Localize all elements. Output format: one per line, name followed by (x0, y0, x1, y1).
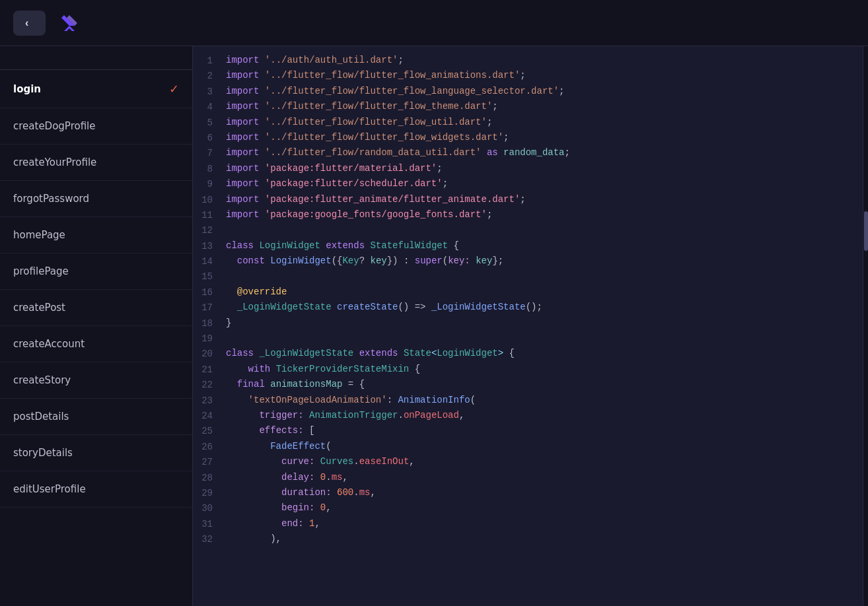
code-table: 1import '../auth/auth_util.dart';2import… (193, 53, 863, 547)
line-content: begin: 0, (226, 500, 863, 516)
code-line: 9import 'package:flutter/scheduler.dart'… (193, 176, 863, 191)
line-content: import '../auth/auth_util.dart'; (226, 53, 863, 68)
line-content: class LoginWidget extends StatefulWidget… (226, 238, 863, 253)
code-line: 1import '../auth/auth_util.dart'; (193, 53, 863, 68)
code-line: 5import '../flutter_flow/flutter_flow_ut… (193, 115, 863, 130)
line-number: 13 (193, 238, 226, 253)
line-number: 18 (193, 316, 226, 331)
line-number: 4 (193, 99, 226, 114)
sidebar-item-createDogProfile[interactable]: createDogProfile (0, 108, 192, 145)
code-line: 18} (193, 316, 863, 331)
sidebar-item-createAccount[interactable]: createAccount (0, 326, 192, 362)
sidebar-item-label: editUserProfile (13, 483, 86, 495)
line-content: class _LoginWidgetState extends State<Lo… (226, 346, 863, 361)
code-line: 17 _LoginWidgetState createState() => _L… (193, 300, 863, 315)
line-content (226, 222, 863, 238)
main-layout: login✓createDogProfilecreateYourProfilef… (0, 46, 868, 606)
line-number: 26 (193, 439, 226, 454)
line-number: 7 (193, 145, 226, 160)
sidebar-item-homePage[interactable]: homePage (0, 217, 192, 253)
code-body: 1import '../auth/auth_util.dart';2import… (193, 53, 863, 547)
code-line: 30 begin: 0, (193, 500, 863, 516)
sidebar-item-label: createDogProfile (13, 120, 96, 132)
line-content: curve: Curves.easeInOut, (226, 454, 863, 469)
code-line: 20class _LoginWidgetState extends State<… (193, 346, 863, 361)
code-line: 3import '../flutter_flow/flutter_flow_la… (193, 84, 863, 99)
line-content: effects: [ (226, 423, 863, 438)
line-content: final animationsMap = { (226, 377, 863, 392)
sidebar-item-label: createYourProfile (13, 156, 96, 168)
svg-marker-0 (64, 26, 75, 31)
line-content: import '../flutter_flow/flutter_flow_wid… (226, 130, 863, 145)
line-number: 24 (193, 408, 226, 423)
code-line: 28 delay: 0.ms, (193, 470, 863, 485)
line-content: trigger: AnimationTrigger.onPageLoad, (226, 408, 863, 423)
code-line: 16 @override (193, 285, 863, 300)
line-content: ), (226, 531, 863, 547)
line-content: import 'package:flutter/scheduler.dart'; (226, 176, 863, 191)
line-number: 29 (193, 485, 226, 500)
sidebar-heading (0, 46, 192, 69)
view-project-button[interactable]: ‹ (13, 11, 46, 36)
code-area[interactable]: 1import '../auth/auth_util.dart';2import… (193, 46, 863, 606)
code-line: 19 (193, 331, 863, 346)
line-number: 16 (193, 285, 226, 300)
line-content: } (226, 316, 863, 331)
line-number: 8 (193, 161, 226, 176)
line-number: 9 (193, 176, 226, 191)
sidebar-item-label: storyDetails (13, 447, 73, 459)
code-line: 13class LoginWidget extends StatefulWidg… (193, 238, 863, 253)
line-content: 'textOnPageLoadAnimation': AnimationInfo… (226, 393, 863, 408)
sidebar-items-container: login✓createDogProfilecreateYourProfilef… (0, 70, 192, 508)
line-number: 21 (193, 362, 226, 377)
line-number: 17 (193, 300, 226, 315)
line-number: 12 (193, 222, 226, 238)
sidebar-item-editUserProfile[interactable]: editUserProfile (0, 471, 192, 508)
line-content: @override (226, 285, 863, 300)
line-content (226, 269, 863, 284)
line-content: import '../flutter_flow/random_data_util… (226, 145, 863, 160)
line-content (226, 331, 863, 346)
sidebar-item-profilePage[interactable]: profilePage (0, 253, 192, 290)
code-line: 25 effects: [ (193, 423, 863, 438)
code-line: 32 ), (193, 531, 863, 547)
sidebar-item-createPost[interactable]: createPost (0, 290, 192, 326)
line-content: FadeEffect( (226, 439, 863, 454)
line-content: import '../flutter_flow/flutter_flow_the… (226, 99, 863, 114)
line-number: 14 (193, 253, 226, 269)
line-number: 5 (193, 115, 226, 130)
line-number: 1 (193, 53, 226, 68)
sidebar-item-createYourProfile[interactable]: createYourProfile (0, 145, 192, 181)
sidebar-item-postDetails[interactable]: postDetails (0, 399, 192, 435)
code-line: 2import '../flutter_flow/flutter_flow_an… (193, 68, 863, 83)
line-number: 10 (193, 192, 226, 207)
sidebar-item-label: createStory (13, 374, 71, 386)
line-content: end: 1, (226, 516, 863, 531)
sidebar-item-label: createPost (13, 302, 65, 314)
scrollbar-track[interactable] (863, 46, 868, 606)
sidebar-item-forgotPassword[interactable]: forgotPassword (0, 181, 192, 217)
scrollbar-thumb (864, 211, 868, 251)
code-line: 6import '../flutter_flow/flutter_flow_wi… (193, 130, 863, 145)
code-line: 12 (193, 222, 863, 238)
line-content: import '../flutter_flow/flutter_flow_lan… (226, 84, 863, 99)
code-line: 15 (193, 269, 863, 284)
line-content: import '../flutter_flow/flutter_flow_uti… (226, 115, 863, 130)
line-number: 2 (193, 68, 226, 83)
line-content: delay: 0.ms, (226, 470, 863, 485)
code-line: 31 end: 1, (193, 516, 863, 531)
code-line: 22 final animationsMap = { (193, 377, 863, 392)
sidebar-item-createStory[interactable]: createStory (0, 362, 192, 399)
flutterflow-logo-icon (59, 13, 80, 34)
code-line: 23 'textOnPageLoadAnimation': AnimationI… (193, 393, 863, 408)
sidebar-item-label: login (13, 83, 41, 95)
sidebar-item-login[interactable]: login✓ (0, 70, 192, 108)
logo-area (59, 13, 87, 34)
line-content: import '../flutter_flow/flutter_flow_ani… (226, 68, 863, 83)
line-content: import 'package:flutter_animate/flutter_… (226, 192, 863, 207)
line-number: 28 (193, 470, 226, 485)
line-content: duration: 600.ms, (226, 485, 863, 500)
code-line: 24 trigger: AnimationTrigger.onPageLoad, (193, 408, 863, 423)
sidebar-item-storyDetails[interactable]: storyDetails (0, 435, 192, 471)
line-number: 20 (193, 346, 226, 361)
